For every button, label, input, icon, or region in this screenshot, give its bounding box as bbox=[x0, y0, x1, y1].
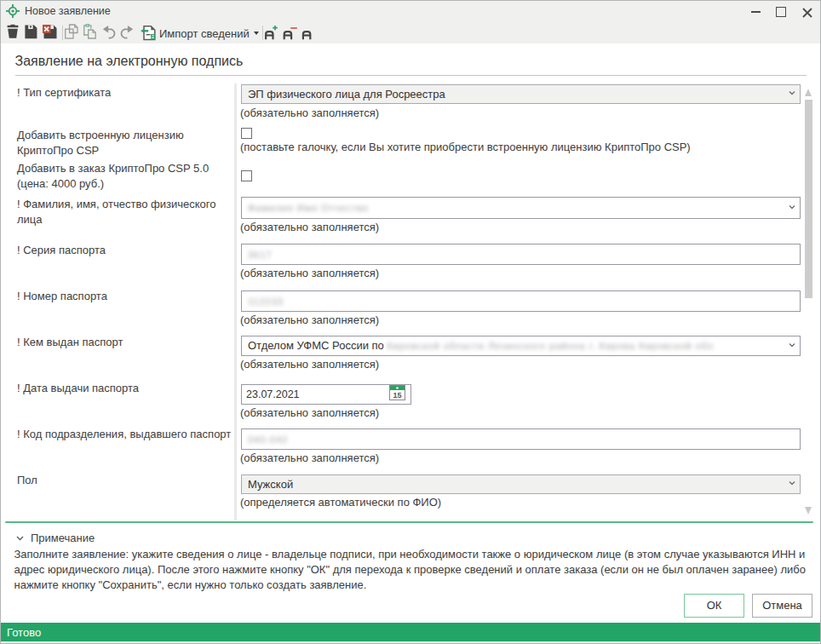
svg-text:15: 15 bbox=[393, 391, 401, 400]
